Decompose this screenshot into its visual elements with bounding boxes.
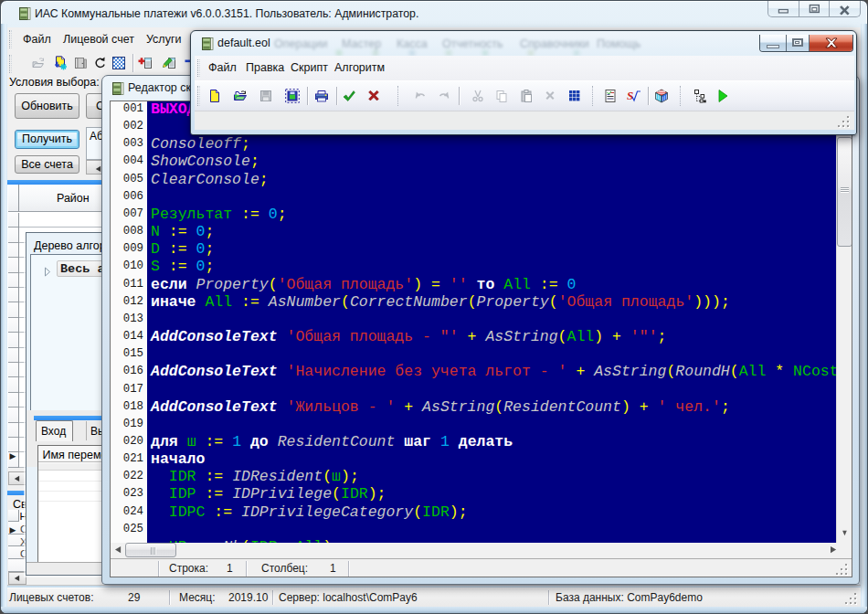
svg-text:S: S <box>627 89 633 102</box>
